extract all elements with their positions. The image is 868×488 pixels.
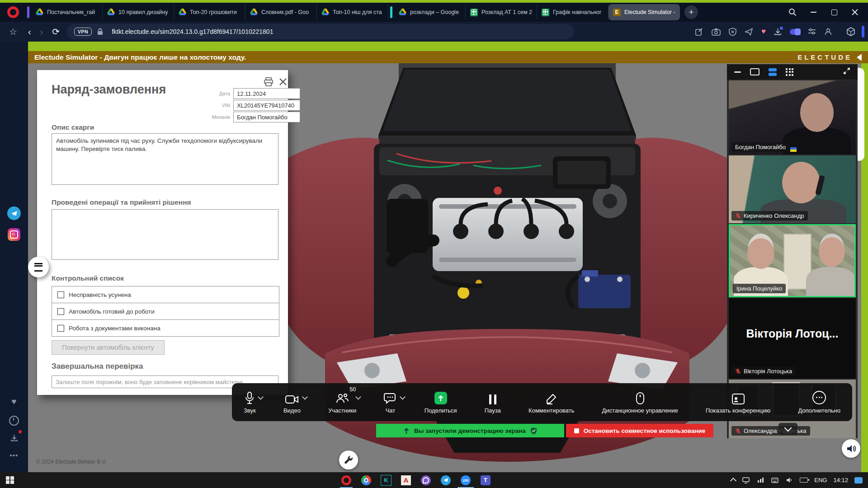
heart-sidebar-icon[interactable]: ♥ — [7, 395, 21, 408]
workspace-indicator-cyan[interactable] — [390, 6, 392, 18]
bookmarks-star-icon[interactable]: ☆ — [9, 26, 17, 37]
opera-logo[interactable] — [7, 6, 19, 18]
search-icon[interactable] — [782, 4, 803, 20]
reload-button[interactable]: ⟳ — [52, 26, 60, 37]
taskbar-viber[interactable] — [416, 472, 436, 488]
more-options-button[interactable]: Дополнительно — [798, 391, 840, 414]
date-input[interactable]: 12.11.2024 — [233, 88, 300, 99]
url-field[interactable]: VPN fktkt.electude.eu/sim2024.13.0.g17d8… — [67, 24, 574, 39]
downloads-sidebar-icon[interactable] — [7, 431, 21, 445]
touch-keyboard-icon[interactable] — [771, 477, 779, 484]
participant-tile-iryna-active-speaker[interactable]: Ірина Поцелуйко — [729, 224, 856, 297]
gallery-strip-view-icon[interactable] — [769, 68, 777, 76]
return-car-button[interactable]: Повернути автомобіль клієнту — [52, 340, 165, 355]
sidebar-scroll-indicator[interactable] — [862, 26, 864, 38]
tab-sheets-1[interactable]: Розклад АТ 1 сем 2 — [466, 5, 537, 20]
display-icon[interactable] — [742, 477, 750, 484]
vpn-badge[interactable]: VPN — [74, 28, 92, 36]
history-clock-icon[interactable] — [7, 414, 21, 427]
close-window-button[interactable] — [844, 4, 865, 20]
taskbar-opera[interactable] — [336, 472, 356, 488]
taskbar-teams[interactable]: T — [476, 472, 495, 488]
new-tab-button[interactable]: + — [684, 5, 698, 19]
grid-view-icon[interactable] — [786, 68, 793, 76]
send-to-device-icon[interactable] — [745, 28, 753, 36]
video-options-chevron[interactable] — [302, 394, 308, 400]
speaker-view-icon[interactable] — [750, 68, 760, 75]
clock-time[interactable]: 14:12 — [833, 477, 848, 483]
chat-button[interactable]: Чат — [384, 391, 396, 414]
taskbar-kompas[interactable]: K — [376, 472, 396, 488]
close-form-icon[interactable] — [278, 76, 288, 87]
tab-drive-doc-5[interactable]: Топ-10 ніш для ста — [317, 5, 388, 20]
tools-wrench-button[interactable] — [339, 450, 358, 469]
complaint-textarea[interactable]: Автомобіль зупинився під час руху. Служб… — [52, 133, 278, 185]
participant-tile-bohdan[interactable]: Богдан Помогайбо — [729, 80, 856, 155]
volume-icon[interactable] — [785, 477, 793, 484]
workspace-indicator-purple[interactable] — [27, 6, 29, 18]
speaker-volume-button[interactable] — [842, 439, 860, 458]
checkbox-paperwork-done[interactable] — [57, 325, 64, 332]
checkbox-fault-fixed[interactable] — [57, 291, 64, 298]
easy-setup-sliders-icon[interactable] — [808, 28, 816, 35]
notifications-icon[interactable] — [854, 477, 863, 483]
tab-drive-doc-3[interactable]: Топ-20 грошовити — [174, 5, 245, 20]
start-button[interactable] — [0, 472, 20, 488]
chat-options-chevron[interactable] — [400, 394, 406, 400]
downloads-icon[interactable] — [774, 28, 782, 36]
mechanic-input[interactable]: Богдан Помогайбо — [233, 112, 300, 122]
annotate-button[interactable]: Комментировать — [528, 391, 574, 414]
tab-sheets-2[interactable]: Графік навчальног — [537, 5, 609, 20]
stop-share-button[interactable]: Остановить совместное использование — [566, 424, 713, 437]
back-button[interactable]: ‹ — [28, 27, 31, 37]
profile-icon[interactable] — [824, 28, 832, 36]
collapse-video-strip-button[interactable] — [778, 423, 797, 435]
taskbar-zoom[interactable]: zm — [456, 472, 476, 488]
language-indicator[interactable]: ENG — [814, 477, 827, 483]
favorites-heart-icon[interactable]: ♥ — [761, 27, 766, 36]
operations-textarea[interactable] — [52, 209, 278, 260]
sidebar-more-icon[interactable]: ••• — [7, 448, 21, 462]
taskbar-telegram[interactable] — [436, 472, 456, 488]
audio-button[interactable]: Звук — [244, 391, 256, 414]
participants-options-chevron[interactable] — [355, 394, 361, 400]
battery-saver-icon[interactable] — [790, 29, 800, 35]
menu-hamburger-button[interactable] — [28, 257, 49, 277]
video-button[interactable]: Видео — [283, 391, 301, 414]
tab-drive-doc-1[interactable]: Постачальник_гай — [31, 5, 103, 20]
shield-blocker-icon[interactable] — [729, 28, 736, 36]
participant-name-tag: Ірина Поцелуйко — [733, 284, 786, 293]
remote-control-button[interactable]: Дистанционное управление — [602, 391, 678, 414]
participant-name-tag: Олександра Радміська — [731, 426, 810, 436]
performance-graph-icon[interactable] — [756, 477, 764, 484]
tab-drive-doc-4[interactable]: Словник.pdf - Goo — [245, 5, 317, 20]
participant-tile-kyrychenko[interactable]: Кириченко Олександр — [729, 155, 856, 223]
tray-expand-chevron[interactable] — [730, 478, 736, 484]
snapshot-camera-icon[interactable] — [712, 28, 721, 36]
minimize-button[interactable] — [803, 4, 824, 20]
show-conference-button[interactable]: Показать конференцию — [706, 391, 770, 414]
instagram-sidebar-icon[interactable] — [7, 228, 21, 241]
print-icon[interactable] — [263, 76, 274, 87]
tab-drive-doc-6[interactable]: розклади – Google — [394, 5, 466, 20]
vin-input[interactable]: XL20145YE79410740 — [233, 100, 300, 111]
forward-button[interactable]: › — [40, 27, 43, 37]
battery-icon[interactable] — [800, 478, 808, 483]
telegram-sidebar-icon[interactable] — [7, 206, 21, 220]
electude-brand-arrow-icon[interactable] — [857, 54, 862, 61]
minimize-videos-icon[interactable] — [734, 71, 741, 73]
audio-options-chevron[interactable] — [258, 394, 264, 400]
participant-tile-viktoria[interactable]: Вікторія Лотоц... Вікторія Лотоцька — [729, 298, 856, 379]
taskbar-chrome[interactable] — [356, 472, 376, 488]
expand-panel-icon[interactable] — [843, 67, 850, 76]
tab-drive-doc-2[interactable]: 10 правил дизайну — [103, 5, 174, 20]
extensions-cube-icon[interactable] — [846, 27, 855, 36]
share-screen-button[interactable]: Поделиться — [425, 391, 457, 414]
participants-button[interactable]: 50 Участники — [328, 391, 356, 414]
pause-share-button[interactable]: Пауза — [485, 391, 501, 414]
edit-page-icon[interactable] — [695, 28, 703, 36]
taskbar-autocad[interactable]: A — [396, 472, 416, 488]
tab-electude-active[interactable]: E Electude Simulator - Дви — [609, 4, 680, 20]
restore-button[interactable] — [824, 4, 844, 20]
checkbox-car-ready[interactable] — [57, 308, 64, 315]
